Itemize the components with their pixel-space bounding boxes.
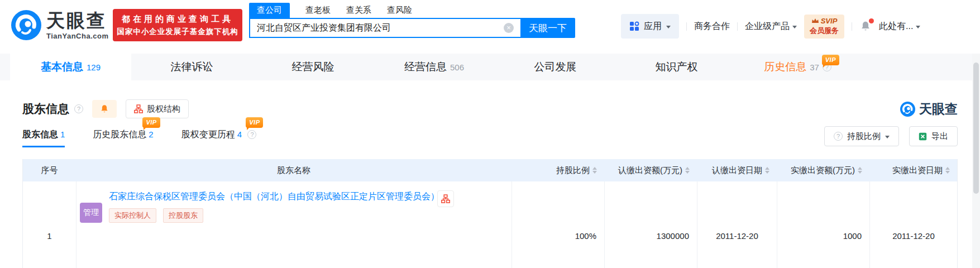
column-header-subscribed-date[interactable]: 认缴出资日期 (697, 165, 777, 176)
ratio-filter-label: 持股比例 (847, 131, 881, 142)
column-header-subscribed-amount[interactable]: 认缴出资额(万元) (604, 165, 697, 176)
site-logo[interactable]: 天眼查 TianYanCha.com (11, 10, 109, 40)
shareholder-tags: 实际控制人 控股股东 (109, 208, 511, 223)
nav-cooperation[interactable]: 商务合作 (694, 21, 730, 32)
apps-label: 应用 (644, 21, 662, 32)
table-header-row: 序号 股东名称 持股比例 认缴出资额(万元) 认缴出资日期 实缴出资额(万元) … (23, 159, 957, 181)
manager-badge: 管理 (80, 203, 102, 223)
equity-chart-icon-button[interactable] (437, 190, 454, 207)
chevron-down-icon (666, 26, 671, 28)
svip-service-badge[interactable]: SVIP 会员服务 (804, 15, 844, 39)
table-toolbar: ? 持股比例 导出 (824, 126, 958, 146)
cell-subscribed-date: 2011-12-20 (697, 181, 777, 268)
site-header: 天眼查 TianYanCha.com 都在用的商业查询工具 国家中小企业发展子基… (0, 0, 980, 54)
divider (737, 22, 738, 31)
tab-label: 经营信息 (404, 60, 447, 74)
sort-icon[interactable] (945, 167, 950, 174)
notification-dot (869, 18, 874, 23)
export-button[interactable]: 导出 (909, 126, 958, 146)
sort-icon[interactable] (858, 167, 862, 174)
tab-count: 129 (87, 63, 101, 72)
column-header-ratio[interactable]: 持股比例 (511, 165, 604, 176)
tab-history-info[interactable]: VIP 历史信息 37 ? (737, 54, 858, 80)
promo-line-1: 都在用的商业查询工具 (122, 14, 233, 25)
chevron-down-icon (885, 136, 890, 138)
equity-structure-button[interactable]: 股权结构 (126, 99, 189, 118)
logo-text: 天眼查 TianYanCha.com (46, 11, 109, 40)
notification-bell-button[interactable] (859, 20, 872, 32)
subtab-equity-change-history[interactable]: VIP 股权变更历程4 ? (181, 129, 257, 147)
tab-operation-risk[interactable]: 经营风险 (252, 54, 374, 80)
scrollbar-thumb[interactable] (973, 63, 979, 194)
sort-icon[interactable] (592, 167, 597, 174)
nav-account[interactable]: 此处有... (879, 21, 920, 32)
sort-icon[interactable] (685, 167, 690, 174)
apps-grid-icon (629, 21, 639, 31)
subtab-label: 股东信息 (22, 130, 58, 139)
column-header-paid-date[interactable]: 实缴出资日期 (869, 165, 957, 176)
search-input[interactable] (249, 18, 520, 38)
tag-actual-controller: 实际控制人 (109, 208, 156, 223)
bell-icon (99, 104, 109, 114)
subtab-shareholders[interactable]: 股东信息1 (22, 129, 65, 147)
search-tab-relation[interactable]: 查关系 (346, 5, 371, 18)
subtab-label: 股权变更历程 (181, 130, 235, 139)
promo-banner: 都在用的商业查询工具 国家中小企业发展子基金旗下机构 (113, 9, 242, 41)
cell-shareholder-name: 管理 石家庄综合保税区管理委员会（中国（河北）自由贸易试验区正定片区管理委员会）… (76, 181, 511, 268)
tag-controlling-shareholder: 控股股东 (163, 208, 203, 223)
nav-enterprise-label: 企业级产品 (745, 21, 790, 32)
search-tab-company[interactable]: 查公司 (249, 3, 290, 18)
section-title: 股东信息 (22, 101, 69, 117)
column-label: 持股比例 (556, 165, 590, 176)
tianyancha-logo-icon (11, 10, 41, 40)
tab-intellectual-property[interactable]: 知识产权 (616, 54, 737, 80)
shareholder-name-link[interactable]: 石家庄综合保税区管理委员会（中国（河北）自由贸易试验区正定片区管理委员会） (109, 189, 444, 204)
ratio-filter-dropdown[interactable]: ? 持股比例 (824, 126, 899, 146)
tab-legal-litigation[interactable]: 法律诉讼 (131, 54, 252, 80)
shareholder-table: 序号 股东名称 持股比例 认缴出资额(万元) 认缴出资日期 实缴出资额(万元) … (22, 159, 958, 268)
shareholder-section-header: 股东信息 ? 股权结构 (22, 98, 958, 119)
logo-title: 天眼查 (46, 11, 109, 31)
equity-structure-label: 股权结构 (147, 104, 180, 114)
tab-label: 经营风险 (292, 60, 334, 74)
search-tab-risk[interactable]: 查风险 (387, 5, 412, 18)
logo-domain: TianYanCha.com (46, 32, 109, 40)
help-icon[interactable]: ? (247, 130, 256, 139)
subtab-count: 1 (60, 130, 65, 139)
tab-count: 37 (810, 63, 819, 72)
tab-company-development[interactable]: 公司发展 (495, 54, 616, 80)
search-area: 查公司 查老板 查关系 查风险 × 天眼一下 (249, 3, 575, 38)
watermark-text: 天眼查 (919, 100, 958, 118)
search-tabs: 查公司 查老板 查关系 查风险 (249, 3, 575, 18)
help-icon: ? (834, 132, 843, 141)
chevron-down-icon (792, 26, 797, 28)
org-chart-icon (441, 194, 450, 203)
column-label: 实缴出资额(万元) (791, 165, 855, 176)
tab-basic-info[interactable]: 基本信息 129 (10, 54, 131, 80)
cell-ratio: 100% (511, 181, 604, 268)
vip-badge: VIP (246, 117, 263, 128)
divider (852, 22, 852, 31)
apps-menu-button[interactable]: 应用 (621, 14, 679, 39)
clear-icon[interactable]: × (504, 23, 514, 33)
search-tab-boss[interactable]: 查老板 (305, 5, 331, 18)
chevron-down-icon (916, 26, 920, 28)
subscribe-bell-button[interactable] (92, 100, 117, 118)
tab-operation-info[interactable]: 经营信息 506 (374, 54, 495, 80)
top-navigation: 应用 商务合作 企业级产品 SVIP 会员服务 (621, 13, 920, 39)
column-header-paid-amount[interactable]: 实缴出资额(万元) (777, 165, 869, 176)
svip-top-line: SVIP (810, 17, 839, 25)
search-button[interactable]: 天眼一下 (520, 18, 575, 38)
cell-subscribed-amount: 1300000 (604, 181, 697, 268)
page-scrollbar[interactable] (972, 54, 980, 268)
help-icon[interactable]: ? (74, 104, 83, 113)
nav-enterprise[interactable]: 企业级产品 (745, 21, 797, 32)
subtab-count: 4 (237, 130, 242, 139)
sort-icon[interactable] (765, 167, 769, 174)
column-label: 认缴出资额(万元) (618, 165, 682, 176)
subtab-history-shareholders[interactable]: VIP 历史股东信息2 (93, 129, 153, 147)
tianyancha-logo-icon (900, 102, 915, 117)
cell-paid-amount: 1000 (777, 181, 869, 268)
section-watermark-logo: 天眼查 (900, 100, 958, 118)
tab-label: 公司发展 (534, 60, 577, 74)
